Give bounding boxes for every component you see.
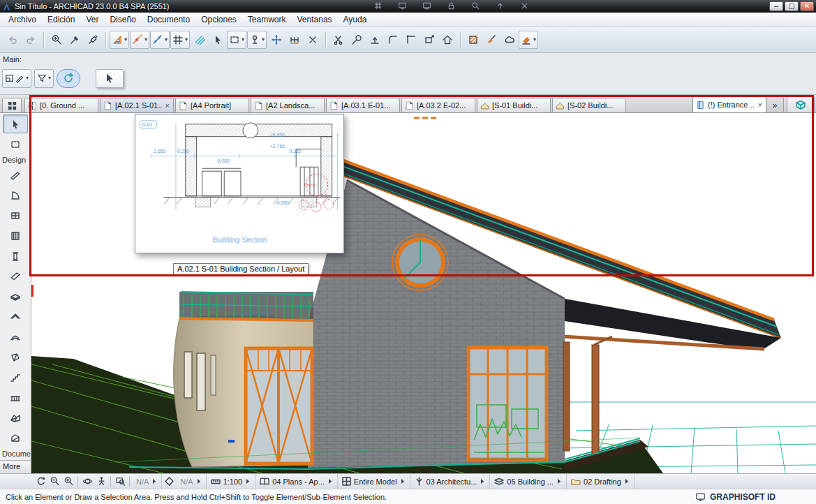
field-scale[interactable]: 1:100 — [207, 474, 256, 489]
3d-canvas[interactable]: D-01 2.650 0.250 6.000 0.350 +6.000 +2.7… — [31, 113, 816, 473]
zoom-in-button[interactable] — [61, 475, 75, 489]
pick-up-parameters-button[interactable] — [66, 31, 84, 49]
explode-button[interactable] — [304, 31, 322, 49]
find-select-button[interactable] — [47, 31, 66, 49]
inject-parameters-button[interactable] — [84, 31, 102, 49]
field-drafting-folder[interactable]: 02 Drafting — [567, 474, 635, 489]
palette-view-combo[interactable]: ▾ — [2, 69, 31, 88]
slab-tool-button[interactable] — [3, 287, 28, 306]
roof-tool-button[interactable] — [3, 307, 28, 326]
tab-layout-a031-e01[interactable]: [A.03.1 E-01... — [326, 98, 400, 112]
marquee-mode-combo[interactable]: ▾ — [227, 31, 246, 49]
grid-snap-combo[interactable]: ▾ — [170, 31, 190, 49]
trim-icon — [369, 34, 380, 45]
svg-text:Building Section: Building Section — [212, 235, 267, 244]
tab-ground-floor[interactable]: [0. Ground ... — [24, 98, 98, 112]
menu-opciones[interactable]: Opciones — [195, 13, 242, 26]
anchor-combo[interactable]: ▾ — [247, 31, 267, 49]
beam-tool-button[interactable] — [3, 267, 28, 286]
snap-points-combo[interactable]: ▾ — [150, 31, 170, 49]
field-structure-display[interactable]: Entire Model — [338, 474, 410, 489]
orbit-button[interactable] — [80, 475, 94, 489]
field-pen-set[interactable]: 03 Architectu... — [410, 474, 491, 489]
field-na-1[interactable]: N/A — [132, 474, 162, 489]
adjust-button[interactable] — [348, 31, 366, 49]
intersect-button[interactable] — [402, 31, 420, 49]
morph-tool-button[interactable] — [3, 348, 28, 366]
arrow-tool-button[interactable] — [3, 114, 28, 133]
shell-tool-button[interactable] — [3, 327, 28, 346]
marquee-tool-button[interactable] — [3, 135, 28, 154]
split-button[interactable] — [329, 31, 348, 49]
column-tool-button[interactable] — [3, 246, 28, 265]
arrow-palette-button[interactable] — [96, 69, 124, 88]
roof-tool-icon — [10, 311, 21, 323]
stair-tool-button[interactable] — [3, 368, 28, 387]
rotate-arrows-icon — [63, 73, 74, 84]
book-icon — [260, 477, 269, 486]
trim-button[interactable] — [366, 31, 384, 49]
fillet-button[interactable] — [384, 31, 402, 49]
dimension-button[interactable] — [285, 31, 304, 49]
paint-button[interactable] — [482, 31, 500, 49]
back-button[interactable] — [34, 475, 47, 489]
tab-layout-a4-portrait[interactable]: [A4 Portrait] — [175, 98, 249, 112]
move-button[interactable] — [267, 31, 285, 49]
tab-overview-button[interactable] — [2, 98, 22, 112]
cursor-snap-button[interactable] — [209, 31, 227, 49]
gravity-button[interactable] — [191, 31, 209, 49]
mesh-tool-button[interactable] — [3, 408, 28, 427]
tab-close-icon[interactable]: × — [757, 101, 763, 108]
titlebar[interactable]: Sin Título - ARCHICAD 23.0.0 B4 SPA (255… — [0, 0, 816, 13]
resize-button[interactable] — [420, 31, 438, 49]
close-button[interactable]: ✕ — [800, 1, 814, 11]
menu-ver[interactable]: Ver — [80, 13, 104, 26]
tab-layout-a021-s01[interactable]: [A.02.1 S-01...× — [100, 98, 174, 112]
field-layout-book[interactable]: 04 Plans - Ap... — [255, 474, 338, 489]
railing-tool-button[interactable] — [3, 388, 28, 407]
zone-tool-button[interactable] — [3, 429, 28, 447]
tab-layout-a2-landscape[interactable]: [A2 Landsca... — [251, 98, 325, 112]
hatch-button[interactable] — [464, 31, 482, 49]
undo-button[interactable] — [3, 31, 22, 49]
caret-down-icon: ▾ — [242, 37, 244, 43]
tab-section-s02[interactable]: [S-02 Buildi... — [552, 98, 626, 112]
tab-layout-a032-e02[interactable]: [A.03.2 E-02... — [401, 98, 475, 112]
home-story-button[interactable] — [438, 31, 457, 49]
field-layer-combination[interactable]: 05 Building ... — [490, 474, 567, 489]
snap-guides-combo[interactable]: ▾ — [130, 31, 149, 49]
eraser-combo[interactable]: ▾ — [519, 31, 538, 49]
minimize-button[interactable]: – — [769, 1, 783, 11]
explore-button[interactable] — [94, 475, 108, 489]
tab-entrance-3d[interactable]: (!) Entrance ...× — [692, 96, 766, 112]
tab-overflow-button[interactable]: » — [768, 98, 782, 112]
rebuild-view-button[interactable] — [57, 69, 80, 88]
menu-ventanas[interactable]: Ventanas — [292, 13, 338, 26]
zoom-out-button[interactable] — [47, 475, 61, 489]
menu-diseno[interactable]: Diseño — [104, 13, 141, 26]
diamond-button[interactable] — [162, 475, 176, 489]
3d-view-button[interactable] — [787, 96, 815, 112]
door-tool-button[interactable] — [3, 186, 28, 205]
zoom-window-button[interactable] — [113, 475, 127, 489]
menu-edicion[interactable]: Edición — [42, 13, 80, 26]
redo-button[interactable] — [22, 31, 40, 49]
toolbox-more-button[interactable]: More — [0, 460, 31, 473]
window-tool-button[interactable] — [3, 206, 28, 225]
tab-close-icon[interactable]: × — [165, 102, 170, 109]
menu-teamwork[interactable]: Teamwork — [242, 13, 292, 26]
palette-filter-combo[interactable]: ▾ — [34, 69, 54, 88]
menu-ayuda[interactable]: Ayuda — [338, 13, 373, 26]
wall-tool-button[interactable] — [3, 165, 28, 184]
menu-archivo[interactable]: Archivo — [3, 13, 42, 26]
field-na-2[interactable]: N/A — [176, 474, 206, 489]
maximize-button[interactable]: ▢ — [785, 1, 799, 11]
move-arrows-icon — [271, 34, 282, 45]
tab-section-s01[interactable]: [S-01 Buildi... — [477, 98, 551, 112]
graphisoft-id-link[interactable]: GRAPHISOFT ID — [710, 492, 776, 502]
curtain-wall-tool-button[interactable] — [3, 226, 28, 245]
revision-cloud-button[interactable] — [500, 31, 519, 49]
monitor-icon[interactable] — [695, 492, 706, 502]
guide-lines-combo[interactable]: ▾ — [110, 31, 129, 49]
menu-documento[interactable]: Documento — [142, 13, 195, 26]
